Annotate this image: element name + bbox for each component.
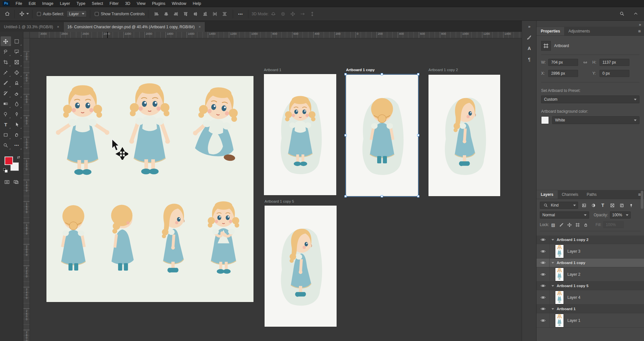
layer-thumbnail[interactable] — [555, 245, 564, 258]
visibility-eye-icon[interactable] — [537, 259, 550, 267]
canvas-area[interactable]: 3000280026002400220020001800160014001200… — [23, 32, 522, 341]
menu-select[interactable]: Select — [89, 1, 106, 6]
healing-brush-tool[interactable] — [12, 68, 22, 77]
menu-image[interactable]: Image — [39, 1, 57, 6]
chevron-down-icon[interactable] — [551, 239, 554, 241]
default-colors-icon[interactable] — [3, 168, 7, 172]
reference-image[interactable] — [46, 76, 254, 302]
artboard[interactable] — [265, 206, 337, 327]
artboard-name-label[interactable]: Artboard 1 — [264, 68, 281, 72]
visibility-eye-icon[interactable] — [537, 305, 550, 313]
artboard-bg-dropdown[interactable]: White — [552, 116, 639, 124]
menu-filter[interactable]: Filter — [106, 1, 122, 6]
properties-tab-properties[interactable]: Properties — [537, 27, 564, 35]
filter-toggle-icon[interactable] — [627, 202, 635, 209]
filter-shape-layers-icon[interactable] — [609, 202, 616, 209]
visibility-eye-icon[interactable] — [537, 235, 550, 244]
brush-tool[interactable] — [1, 78, 11, 88]
align-middle-icon[interactable] — [191, 10, 200, 18]
layers-scrollbar[interactable] — [641, 191, 643, 209]
layers-tab-channels[interactable]: Channels — [558, 190, 583, 199]
visibility-eye-icon[interactable] — [537, 282, 550, 290]
show-transform-checkbox[interactable] — [95, 12, 99, 16]
zoom-tool[interactable] — [1, 140, 11, 150]
filter-smart-objects-icon[interactable] — [618, 202, 625, 209]
blend-mode-dropdown[interactable]: Normal — [540, 211, 589, 219]
menu-help[interactable]: Help — [190, 1, 204, 6]
artboard-group-row[interactable]: Artboard 1 — [537, 305, 644, 313]
align-left-icon[interactable] — [152, 10, 161, 18]
filter-type-layers-icon[interactable]: T — [599, 202, 606, 209]
frame-tool[interactable] — [12, 57, 22, 67]
panel-menu-icon[interactable]: ≡ — [638, 192, 641, 197]
eyedropper-tool[interactable] — [1, 68, 11, 77]
3d-pan-icon[interactable] — [289, 10, 297, 18]
visibility-eye-icon[interactable] — [537, 267, 550, 281]
eraser-tool[interactable] — [12, 88, 22, 98]
document-tab-1[interactable]: Untitled-1 @ 33.3% (RGB/8)× — [0, 22, 64, 32]
character-panel-icon[interactable]: A — [522, 43, 537, 54]
height-field[interactable]: 1137 px — [600, 59, 629, 66]
menu-view[interactable]: View — [133, 1, 149, 6]
move-tool[interactable] — [1, 36, 11, 46]
properties-tab-adjustments[interactable]: Adjustments — [564, 27, 594, 35]
chevron-up-icon[interactable] — [632, 10, 639, 18]
collapse-dock-icon[interactable]: » — [639, 22, 641, 27]
artboard-name-label[interactable]: Artboard 1 copy — [346, 68, 375, 72]
panel-menu-icon[interactable]: ≡ — [638, 29, 641, 34]
layer-thumbnail[interactable] — [555, 291, 564, 304]
layer-name[interactable]: Layer 3 — [567, 249, 580, 254]
search-icon[interactable] — [618, 10, 626, 18]
rectangle-tool[interactable] — [1, 130, 11, 140]
brushes-panel-icon[interactable] — [522, 32, 537, 43]
document-tab-2[interactable]: 16- Consistent Character design.psd @ 40… — [64, 22, 205, 32]
type-tool[interactable]: T — [1, 120, 11, 129]
clone-stamp-tool[interactable] — [12, 78, 22, 88]
distribute-h-icon[interactable] — [211, 10, 219, 18]
3d-scale-icon[interactable] — [308, 10, 316, 18]
chevron-down-icon[interactable] — [26, 13, 29, 15]
quick-mask-icon[interactable] — [4, 179, 10, 185]
visibility-eye-icon[interactable] — [537, 244, 550, 258]
artboard[interactable] — [346, 75, 418, 196]
layer-name[interactable]: Artboard 1 copy 5 — [557, 284, 588, 288]
layers-tab-paths[interactable]: Paths — [582, 190, 601, 199]
visibility-eye-icon[interactable] — [537, 290, 550, 304]
auto-select-target-dropdown[interactable]: Layer — [67, 10, 87, 17]
menu-file[interactable]: File — [12, 1, 25, 6]
path-selection-tool[interactable] — [12, 120, 22, 129]
lock-all-icon[interactable] — [582, 221, 590, 228]
lock-artboard-icon[interactable] — [574, 221, 582, 228]
artboard-group-row[interactable]: Artboard 1 copy — [537, 259, 644, 267]
edit-toolbar[interactable]: ••• — [12, 140, 22, 150]
layer-row[interactable]: Layer 2 — [537, 267, 644, 282]
artboard-group-row[interactable]: Artboard 1 copy 5 — [537, 282, 644, 290]
artboard-bg-swatch[interactable] — [541, 116, 549, 124]
filter-adjustment-layers-icon[interactable] — [590, 202, 597, 209]
marquee-tool[interactable] — [12, 36, 22, 46]
collapse-panels-icon[interactable]: » — [522, 21, 537, 32]
gradient-tool[interactable] — [1, 99, 11, 108]
screen-mode-icon[interactable] — [13, 179, 19, 185]
home-icon[interactable] — [3, 10, 11, 18]
layer-row[interactable]: Layer 4 — [537, 290, 644, 305]
3d-roll-icon[interactable] — [279, 10, 287, 18]
layer-row[interactable]: Layer 1 — [537, 313, 644, 328]
move-tool-preset-icon[interactable] — [18, 10, 26, 18]
distribute-v-icon[interactable] — [220, 10, 229, 18]
chevron-down-icon[interactable] — [551, 262, 554, 264]
document-viewport[interactable]: Artboard 1 Artboard 1 copy Artboard 1 co… — [30, 38, 522, 341]
align-center-h-icon[interactable] — [162, 10, 170, 18]
menu-3d[interactable]: 3D — [122, 1, 133, 6]
artboard-name-label[interactable]: Artboard 1 copy 2 — [428, 68, 458, 72]
hand-tool[interactable] — [12, 130, 22, 140]
layer-name[interactable]: Artboard 1 copy 2 — [557, 238, 588, 242]
menu-layer[interactable]: Layer — [56, 1, 73, 6]
layers-tab-layers[interactable]: Layers — [537, 190, 558, 199]
layer-filter-kind-dropdown[interactable]: Kind — [540, 202, 578, 209]
chevron-down-icon[interactable] — [551, 308, 554, 310]
chevron-down-icon[interactable] — [551, 285, 554, 287]
menu-plugins[interactable]: Plugins — [149, 1, 168, 6]
filter-pixel-layers-icon[interactable] — [580, 202, 588, 209]
3d-slide-icon[interactable] — [298, 10, 307, 18]
